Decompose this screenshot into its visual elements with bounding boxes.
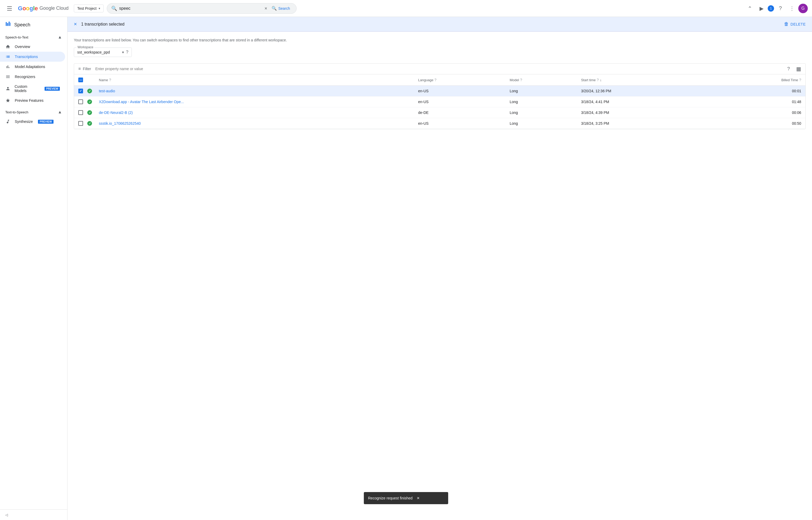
speech-app-icon — [5, 21, 11, 28]
th-language-label: Language — [418, 78, 433, 82]
project-name: Test Project — [77, 6, 97, 10]
preview-features-icon — [5, 98, 10, 103]
svg-rect-2 — [9, 22, 10, 26]
model-adaptations-icon — [5, 64, 10, 69]
row-status-dot: ✓ — [87, 110, 92, 115]
th-name-help-icon[interactable]: ? — [109, 78, 111, 82]
sidebar-item-model-adaptations[interactable]: Model Adaptations — [0, 62, 65, 72]
filter-input[interactable] — [95, 67, 785, 71]
search-clear-button[interactable]: × — [265, 6, 267, 11]
table-header: Name ? Language ? — [74, 74, 805, 86]
filter-label: Filter — [83, 67, 91, 71]
th-name-label: Name — [99, 78, 108, 82]
row-language-cell: en-US — [414, 97, 506, 107]
row-name-link[interactable]: ssstik.io_1706625262540 — [99, 121, 141, 126]
row-language-cell: de-DE — [414, 107, 506, 118]
search-input[interactable] — [119, 6, 262, 11]
google-cloud-logo[interactable]: Google Google Cloud — [18, 5, 69, 12]
help-icon: ? — [779, 5, 782, 11]
row-start-time-cell: 3/18/24, 4:41 PM — [577, 97, 709, 107]
snackbar-close-button[interactable]: × — [417, 496, 420, 500]
content-area: × 1 transcription selected 🗑 DELETE Your… — [67, 17, 812, 520]
row-name-cell: X2Download.app - Avatar The Last Airbend… — [94, 97, 414, 107]
transcriptions-table: Name ? Language ? — [74, 74, 805, 129]
sidebar-collapse-button[interactable]: ◁ — [0, 510, 67, 520]
recognizers-icon — [5, 74, 10, 79]
snackbar-message: Recognize request finished — [368, 496, 413, 500]
th-model-label: Model — [510, 78, 519, 82]
search-bar: 🔍 × 🔍 Search — [107, 3, 297, 14]
sidebar-item-synthesize[interactable]: Synthesize PREVIEW — [0, 116, 65, 127]
sidebar-item-transcriptions[interactable]: Transcriptions — [0, 52, 65, 62]
project-chevron-icon: ▾ — [99, 7, 100, 10]
th-start-time-sort-icon[interactable]: ↓ — [600, 78, 602, 82]
row-billed-time-cell: 00:01 — [709, 86, 805, 97]
sidebar-item-label-model-adaptations: Model Adaptations — [15, 64, 45, 69]
th-name: Name ? — [94, 74, 414, 86]
tts-section-collapse-icon: ▲ — [58, 110, 62, 114]
row-checkbox-row-3[interactable] — [78, 110, 83, 115]
row-name-link[interactable]: de-DE-Neural2-B (2) — [99, 110, 133, 115]
selection-close-button[interactable]: × — [74, 21, 77, 27]
text-to-speech-section-header[interactable]: Text-to-Speech ▲ — [0, 108, 67, 116]
svg-rect-0 — [6, 22, 7, 26]
row-status-dot: ✓ — [87, 121, 92, 126]
th-start-time-label: Start time — [581, 78, 596, 82]
main-layout: Speech Speech-to-Text ▲ Overview Transcr… — [0, 17, 812, 520]
custom-models-preview-badge: PREVIEW — [45, 87, 60, 91]
th-model-help-icon[interactable]: ? — [520, 78, 522, 82]
filter-help-icon[interactable]: ? — [787, 66, 790, 72]
th-language-help-icon[interactable]: ? — [434, 78, 437, 82]
row-billed-time-cell: 00:06 — [709, 107, 805, 118]
sidebar-app-title: Speech — [14, 22, 30, 28]
row-name-link[interactable]: test-audio — [99, 89, 115, 93]
text-to-speech-label: Text-to-Speech — [5, 110, 28, 114]
row-language-cell: en-US — [414, 118, 506, 129]
notification-badge[interactable]: 1 — [768, 5, 774, 11]
search-button[interactable]: 🔍 Search — [269, 6, 292, 11]
sidebar-item-custom-models[interactable]: Custom Models PREVIEW — [0, 82, 65, 96]
sidebar-item-recognizers[interactable]: Recognizers — [0, 72, 65, 82]
help-button[interactable]: ? — [775, 3, 786, 14]
sidebar-app-header[interactable]: Speech — [0, 17, 67, 33]
table-row: ✓ ssstik.io_1706625262540 en-US Long 3/1… — [74, 118, 805, 129]
section-collapse-icon: ▲ — [58, 35, 62, 40]
row-model-cell: Long — [506, 118, 577, 129]
avatar[interactable]: G — [798, 4, 808, 13]
row-status-dot: ✓ — [87, 88, 92, 93]
table-row: ✓ test-audio en-US Long 3/20/24, 12:36 P… — [74, 86, 805, 97]
table-body: ✓ test-audio en-US Long 3/20/24, 12:36 P… — [74, 86, 805, 129]
speech-to-text-section-header[interactable]: Speech-to-Text ▲ — [0, 33, 67, 42]
row-name-cell: test-audio — [94, 86, 414, 97]
project-selector[interactable]: Test Project ▾ — [74, 4, 104, 12]
select-all-checkbox[interactable] — [78, 78, 83, 82]
th-billed-time-help-icon[interactable]: ? — [799, 78, 801, 82]
row-name-link[interactable]: X2Download.app - Avatar The Last Airbend… — [99, 100, 184, 104]
row-model-cell: Long — [506, 107, 577, 118]
more-options-button[interactable]: ⋮ — [787, 3, 797, 14]
row-checkbox-row-1[interactable] — [78, 88, 83, 93]
svg-rect-1 — [7, 23, 8, 26]
row-checkbox-cell — [74, 107, 85, 118]
view-toggle-button[interactable]: ▦ — [796, 66, 801, 72]
th-start-time: Start time ? ↓ — [577, 74, 709, 86]
cloud-shell-editor-button[interactable]: ▶ — [756, 3, 767, 14]
hamburger-icon — [7, 6, 12, 10]
workspace-value: sst_workspace_ppd — [77, 50, 120, 54]
th-billed-time-label: Billed Time — [781, 78, 798, 82]
sidebar-item-overview[interactable]: Overview — [0, 42, 65, 52]
workspace-help-icon[interactable]: ? — [126, 50, 128, 55]
th-start-time-help-icon[interactable]: ? — [597, 78, 599, 82]
workspace-field-label: Workspace — [77, 45, 94, 49]
selection-bar: × 1 transcription selected 🗑 DELETE — [67, 17, 812, 32]
delete-icon: 🗑 — [784, 21, 789, 27]
row-billed-time-cell: 01:48 — [709, 97, 805, 107]
terminal-icon: ▶ — [760, 5, 763, 11]
cloud-shell-button[interactable]: ⌃ — [745, 3, 755, 14]
sidebar-item-preview-features[interactable]: Preview Features — [0, 96, 65, 105]
menu-icon-button[interactable] — [4, 3, 15, 14]
delete-button[interactable]: 🗑 DELETE — [784, 21, 806, 27]
row-checkbox-row-4[interactable] — [78, 121, 83, 126]
th-select-all[interactable] — [74, 74, 85, 86]
row-checkbox-row-2[interactable] — [78, 99, 83, 104]
